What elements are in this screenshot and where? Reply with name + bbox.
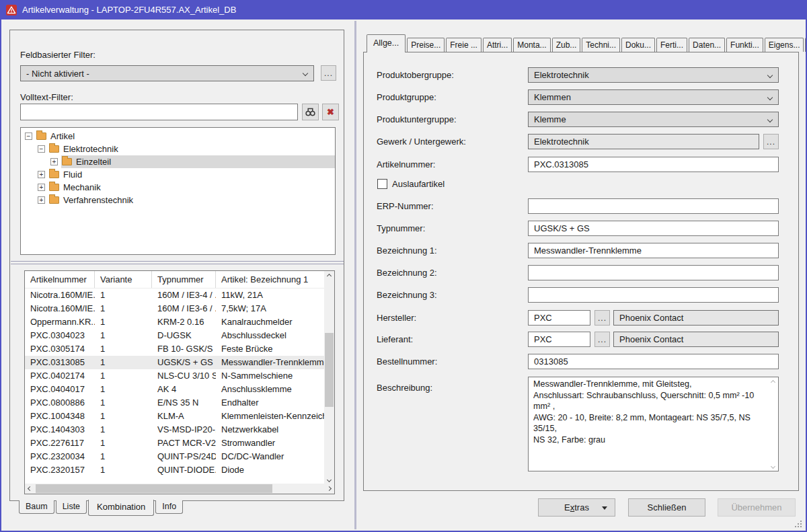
table-row[interactable]: PXC.08008861E/NS 35 NEndhalter [25,396,324,410]
horizontal-splitter[interactable] [11,261,344,264]
table-row[interactable]: PXC.14043031VS-MSD-IP20-...Netzwerkkabel [25,423,324,436]
horizontal-scrollbar[interactable] [25,484,334,494]
bezeichnung2-label: Bezeichnung 2: [377,265,523,280]
apply-button: Übernehmen [718,498,796,517]
bezeichnung2-input[interactable] [528,265,779,280]
parts-table: ArtikelnummerVarianteTypnummerArtikel: B… [24,270,335,494]
field-filter-browse-button[interactable]: ... [321,65,336,81]
lieferant-browse-button[interactable]: ... [594,332,610,347]
tab-doku[interactable]: Doku... [621,38,655,52]
lieferant-code-input[interactable] [528,332,590,347]
collapse-icon[interactable]: − [38,145,45,153]
expand-icon[interactable]: + [50,158,58,165]
folder-icon [49,145,59,153]
chevron-down-icon [303,71,308,76]
table-row[interactable]: PXC.03051741FB 10- GSK/SFeste Brücke [25,342,324,356]
extras-button[interactable]: Extras [538,498,615,517]
window-title: Artikelverwaltung - LAPTOP-2FU4R557.AX_A… [22,5,236,15]
view-tab-kombination[interactable]: Kombination [88,500,154,516]
produktuntergruppe-select[interactable]: Klemme [528,112,779,127]
tree-item-elektrotechnik[interactable]: −Elektrotechnik [21,143,335,155]
tab-daten[interactable]: Daten... [689,38,725,52]
tab-attri[interactable]: Attri... [483,38,512,52]
table-row[interactable]: PXC.03040231D-UGSKAbschlussdeckel [25,329,324,342]
tree-item-artikel[interactable]: −Artikel [21,130,335,143]
resize-grip-icon[interactable] [795,521,802,528]
vertical-splitter[interactable] [354,21,356,529]
hersteller-code-input[interactable] [528,310,590,326]
search-icon[interactable] [302,104,319,120]
typnummer-label: Typnummer: [377,221,523,236]
tree-item-verfahrenstechnik[interactable]: +Verfahrenstechnik [21,194,335,206]
column-header-artikelnummer[interactable]: Artikelnummer [25,271,95,288]
tab-ferti[interactable]: Ferti... [656,38,687,52]
auslaufartikel-checkbox[interactable] [377,179,387,189]
produktgruppe-select[interactable]: Klemmen [528,89,779,105]
scroll-up-icon[interactable] [324,271,334,281]
tab-freie[interactable]: Freie ... [446,38,482,52]
fulltext-filter-input[interactable] [20,104,298,120]
beschreibung-textarea[interactable]: Messwandler-Trennklemme, mit Gleitsteg, … [528,377,779,471]
scroll-left-icon[interactable] [25,484,35,494]
horizontal-scroll-thumb[interactable] [36,484,272,493]
beschreibung-label: Beschreibung: [377,380,523,395]
view-tab-info[interactable]: Info [155,500,183,514]
view-tab-baum[interactable]: Baum [19,500,54,514]
vertical-scroll-thumb[interactable] [325,333,334,407]
table-row[interactable]: PXC.23200341QUINT-PS/24D...DC/DC-Wandler [25,450,324,463]
table-row[interactable]: PXC.23201571QUINT-DIODE...Diode [25,463,324,477]
bezeichnung3-input[interactable] [528,287,779,303]
tab-funkti[interactable]: Funkti... [726,38,763,52]
table-row[interactable]: PXC.10043481KLM-AKlemmenleisten-Kennzeic… [25,410,324,423]
collapse-icon[interactable]: − [25,132,32,140]
table-row[interactable]: PXC.04040171AK 4Anschlussklemme [25,383,324,396]
lieferant-label: Lieferant: [377,332,523,347]
title-bar: Artikelverwaltung - LAPTOP-2FU4R557.AX_A… [0,0,807,20]
tab-monta[interactable]: Monta... [513,38,550,52]
tree-item-label: Elektrotechnik [63,144,118,154]
column-header-typnummer[interactable]: Typnummer [152,271,216,288]
view-tab-liste[interactable]: Liste [56,500,87,514]
bezeichnung1-input[interactable] [528,243,779,258]
fulltext-filter-label: Volltext-Filter: [20,92,73,103]
tab-zub[interactable]: Zub... [552,38,581,52]
hersteller-browse-button[interactable]: ... [594,310,610,326]
tab-techni[interactable]: Techni... [582,38,620,52]
column-header-variante[interactable]: Variante [95,271,152,288]
tree-item-fluid[interactable]: +Fluid [21,168,335,181]
vertical-scrollbar[interactable] [324,271,334,485]
typnummer-input[interactable] [528,221,779,236]
table-row[interactable]: Nicotra.160M/IE...1160M / IE3-6 / ...7,5… [25,302,324,315]
clear-filter-icon[interactable]: ✖ [322,104,339,120]
expand-icon[interactable]: + [38,196,45,204]
expand-icon[interactable]: + [38,184,45,191]
table-row[interactable]: PXC.22761171PACT MCR-V2-...Stromwandler [25,436,324,450]
scroll-right-icon[interactable] [324,484,334,494]
scroll-down-icon[interactable] [769,463,776,469]
field-filter-select[interactable]: - Nicht aktiviert - [20,65,314,81]
table-row[interactable]: PXC.04021741NLS-CU 3/10 S...N-Sammelschi… [25,369,324,383]
table-row[interactable]: Oppermann.KR...1KRM-2 0.16Kanalrauchmeld… [25,315,324,329]
view-tab-strip: BaumListeKombinationInfo [19,501,183,517]
table-row[interactable]: PXC.03130851UGSK/S + GSMesswandler-Trenn… [25,356,324,369]
tab-preise[interactable]: Preise... [407,38,445,52]
gewerk-browse-button[interactable]: ... [763,134,779,149]
column-header-artikelbezeichnung1[interactable]: Artikel: Bezeichnung 1 [216,271,324,288]
tab-eigens[interactable]: Eigens... [765,38,804,52]
bestellnummer-input[interactable] [528,354,779,369]
produktobergruppe-select[interactable]: Elektrotechnik [528,67,779,83]
tree-item-mechanik[interactable]: +Mechanik [21,181,335,194]
auslaufartikel-label: Auslaufartikel [392,179,445,189]
artikelnummer-input[interactable] [528,157,779,172]
tree-item-label: Fluid [63,169,82,180]
artikelnummer-label: Artikelnummer: [377,157,523,172]
expand-icon[interactable]: + [38,171,45,178]
tree-item-einzelteil[interactable]: +Einzelteil [21,155,335,168]
table-row[interactable]: Nicotra.160M/IE...1160M / IE3-4 / ...11k… [25,289,324,302]
scroll-up-icon[interactable] [769,379,776,385]
close-dialog-button[interactable]: Schließen [628,498,705,517]
tab-allge[interactable]: Allge... [367,34,406,52]
parts-management-window: { "titlebar": { "title": "Artikelverwalt… [0,0,807,532]
erp-nummer-input[interactable] [528,198,779,214]
lieferant-name-field: Phoenix Contact [613,332,779,347]
